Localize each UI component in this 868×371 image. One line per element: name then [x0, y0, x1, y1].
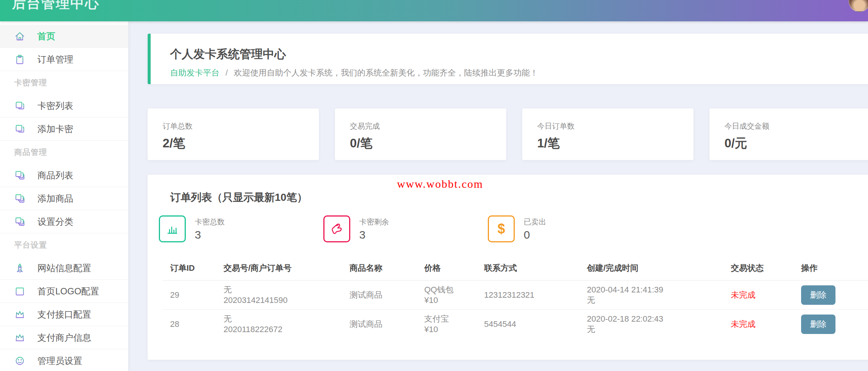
- bar-chart-icon: [159, 215, 186, 242]
- column-header-status: 交易状态: [731, 263, 801, 273]
- time-created: 2020-02-18 22:02:43: [587, 314, 663, 324]
- sidebar-item-site-info-config[interactable]: 网站信息配置: [0, 257, 128, 280]
- stat-value: 1/笔: [537, 135, 693, 152]
- price-amount: ¥10: [424, 324, 484, 335]
- cell-order-id: 28: [170, 319, 224, 329]
- cell-time: 2020-02-18 22:02:43 无: [587, 314, 731, 335]
- sidebar-item-label: 卡密列表: [37, 100, 73, 112]
- cell-price: QQ钱包 ¥10: [424, 285, 484, 306]
- sidebar-item-card-add[interactable]: 添加卡密: [0, 117, 128, 141]
- sidebar-item-label: 管理员设置: [37, 355, 82, 367]
- sidebar-item-logo-config[interactable]: 首页LOGO配置: [0, 280, 128, 303]
- sidebar: 首页 订单管理 卡密管理 卡密列表 添加卡密: [0, 21, 128, 371]
- sidebar-section-label: 卡密管理: [14, 77, 47, 88]
- price-method: 支付宝: [424, 314, 449, 324]
- sidebar-item-label: 订单管理: [37, 53, 73, 65]
- stat-label: 今日成交金额: [724, 121, 868, 131]
- sidebar-section-label: 商品管理: [14, 147, 47, 157]
- hand-icon: [323, 215, 350, 242]
- table-row: 29 无 20203142141590 测试商品 QQ钱包 ¥10 123123…: [163, 280, 868, 310]
- cell-order-id: 29: [170, 290, 224, 300]
- ministat-card-total: 卡密总数 3: [159, 214, 323, 243]
- column-header-trade-no: 交易号/商户订单号: [224, 263, 350, 273]
- column-header-price: 价格: [424, 263, 484, 273]
- sidebar-item-payment-merchant-info[interactable]: 支付商户信息: [0, 326, 128, 349]
- sidebar-item-card-list[interactable]: 卡密列表: [0, 94, 128, 117]
- layers-icon: [14, 100, 25, 111]
- sidebar-item-home[interactable]: 首页: [0, 25, 128, 48]
- stat-value: 2/笔: [163, 135, 319, 152]
- crown-icon: [14, 332, 25, 343]
- delete-button[interactable]: 删除: [801, 285, 835, 305]
- layers-icon: [14, 123, 25, 135]
- sidebar-item-label: 首页LOGO配置: [37, 285, 99, 297]
- stat-card-today-amount: 今日成交金额 0/元: [710, 108, 868, 160]
- rocket-icon: [14, 263, 25, 274]
- watermark-text: www.wobbt.com: [397, 178, 483, 190]
- ministat-card-sold: $ 已卖出 0: [488, 214, 652, 243]
- trade-no-line1: 无: [224, 285, 232, 294]
- sidebar-item-product-list[interactable]: 商品列表: [0, 164, 128, 187]
- ministat-value: 3: [195, 229, 225, 241]
- sidebar-item-label: 支付商户信息: [37, 332, 91, 344]
- layout-icon: [14, 286, 25, 297]
- sidebar-item-admin-settings[interactable]: 管理员设置: [0, 349, 128, 371]
- ministat-value: 0: [524, 229, 546, 241]
- time-created: 2020-04-14 21:41:39: [587, 285, 663, 294]
- stat-card-completed-trades: 交易完成 0/笔: [335, 108, 506, 160]
- delete-button[interactable]: 删除: [801, 315, 835, 334]
- stat-label: 交易完成: [350, 121, 506, 131]
- sidebar-item-label: 支付接口配置: [37, 309, 91, 321]
- order-table: 订单ID 交易号/商户订单号 商品名称 价格 联系方式 创建/完成时间 交易状态…: [163, 256, 868, 338]
- sidebar-section-product-mgmt: 商品管理: [0, 141, 128, 164]
- welcome-subtitle: 自助发卡平台 / 欢迎使用自助个人发卡系统，我们的系统全新美化，功能齐全，陆续推…: [170, 67, 868, 79]
- home-icon: [14, 31, 25, 42]
- sidebar-item-label: 设置分类: [37, 216, 73, 228]
- ministats-row: 卡密总数 3 卡密剩余 3 $: [159, 214, 868, 243]
- ministat-card-remaining: 卡密剩余 3: [323, 214, 488, 243]
- ministat-label: 卡密总数: [195, 217, 225, 227]
- sidebar-section-label: 平台设置: [14, 240, 47, 250]
- sidebar-item-label: 添加商品: [37, 193, 73, 205]
- sidebar-section-card-mgmt: 卡密管理: [0, 71, 128, 94]
- stat-card-today-orders: 今日订单数 1/笔: [522, 108, 693, 160]
- admin-dashboard: 首页 订单管理 卡密管理 卡密列表 添加卡密: [0, 0, 868, 371]
- layers-icon: [14, 193, 25, 204]
- welcome-banner: 个人发卡系统管理中心 自助发卡平台 / 欢迎使用自助个人发卡系统，我们的系统全新…: [148, 34, 868, 84]
- dollar-icon: $: [488, 215, 515, 242]
- column-header-order-id: 订单ID: [170, 263, 224, 273]
- stat-value: 0/笔: [350, 135, 506, 152]
- sidebar-item-orders[interactable]: 订单管理: [0, 48, 128, 71]
- cell-contact: 12312312321: [484, 290, 587, 300]
- price-method: QQ钱包: [424, 285, 453, 294]
- cell-trade-no: 无 20203142141590: [224, 285, 350, 306]
- welcome-title: 个人发卡系统管理中心: [170, 46, 868, 62]
- stat-label: 今日订单数: [537, 121, 693, 131]
- trade-no-line2: 2020118222672: [224, 324, 350, 335]
- sidebar-item-payment-api-config[interactable]: 支付接口配置: [0, 303, 128, 326]
- separator: /: [225, 68, 228, 77]
- smiley-icon: [14, 355, 25, 367]
- cell-time: 2020-04-14 21:41:39 无: [587, 285, 731, 306]
- column-header-time: 创建/完成时间: [587, 263, 731, 273]
- column-header-actions: 操作: [801, 263, 868, 273]
- layers-icon: [14, 170, 25, 181]
- sidebar-item-label: 添加卡密: [37, 123, 73, 135]
- cell-trade-no: 无 2020118222672: [224, 314, 350, 335]
- ministat-value: 3: [359, 229, 389, 241]
- clipboard-icon: [14, 54, 25, 65]
- stat-card-total-orders: 订单总数 2/笔: [148, 108, 319, 160]
- column-header-contact: 联系方式: [484, 263, 587, 273]
- sidebar-section-platform-settings: 平台设置: [0, 233, 128, 257]
- stat-value: 0/元: [724, 135, 868, 152]
- cell-contact: 5454544: [484, 319, 587, 329]
- cell-actions: 删除: [801, 285, 868, 305]
- order-list-panel: www.wobbt.com 订单列表（只显示最新10笔） 卡密总数 3: [148, 175, 868, 360]
- sidebar-item-category-settings[interactable]: 设置分类: [0, 210, 128, 233]
- sidebar-item-product-add[interactable]: 添加商品: [0, 187, 128, 210]
- time-completed: 无: [587, 324, 731, 335]
- trade-no-line1: 无: [224, 314, 232, 324]
- order-list-title: 订单列表（只显示最新10笔）: [170, 190, 868, 205]
- sidebar-item-label: 商品列表: [37, 169, 73, 181]
- user-avatar[interactable]: [849, 0, 868, 12]
